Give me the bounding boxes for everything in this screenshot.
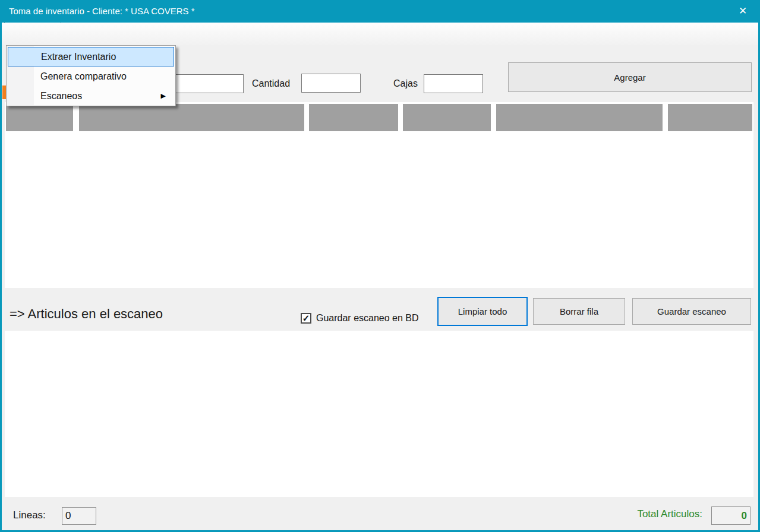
close-button[interactable]: ✕ [729,0,756,23]
guardar-escaneo-button[interactable]: Guardar escaneo [632,298,751,325]
menu-item-label: Escaneos [40,91,82,101]
agregar-button[interactable]: Agregar [508,62,752,92]
borrar-fila-button[interactable]: Borrar fila [533,298,625,325]
cantidad-input[interactable] [301,74,361,93]
menu-item-extraer-inventario[interactable]: Extraer Inventario [8,47,174,66]
lineas-value-box[interactable] [62,507,96,525]
grid-column-header-3[interactable] [309,104,398,131]
close-icon: ✕ [739,5,747,17]
guardar-escaneo-checkbox[interactable]: ✓ [301,313,311,324]
menu-item-escaneos[interactable]: Escaneos ▶ [8,86,174,106]
menu-item-label: Extraer Inventario [41,52,116,62]
grid-column-header-4[interactable] [403,104,491,131]
grid-column-header-1[interactable] [6,104,73,131]
menu-item-label: Genera comparativo [40,71,127,81]
archivo-dropdown-menu: Extraer Inventario Genera comparativo Es… [6,45,176,106]
submenu-arrow-icon: ▶ [161,86,166,106]
grid-column-header-6[interactable] [668,104,752,131]
grid-column-header-5[interactable] [496,104,663,131]
window-border-left [0,0,2,532]
total-articulos-label: Total Articulos: [618,508,702,520]
grid-column-header-2[interactable] [79,104,304,131]
inventory-grid [5,102,753,288]
cantidad-label: Cantidad [252,78,290,89]
cajas-input[interactable] [424,74,483,93]
limpiar-todo-button[interactable]: Limpiar todo [437,297,528,326]
app-window: Toma de inventario - Cliente: * USA COVE… [0,0,760,532]
window-title: Toma de inventario - Cliente: * USA COVE… [9,0,195,23]
menubar [2,23,758,45]
guardar-escaneo-label: Guardar escaneo en BD [316,313,419,324]
scan-grid [5,331,753,497]
menu-item-genera-comparativo[interactable]: Genera comparativo [8,66,174,86]
titlebar: Toma de inventario - Cliente: * USA COVE… [0,0,760,23]
scan-section-title: => Articulos en el escaneo [10,306,163,322]
check-icon: ✓ [302,314,310,322]
lineas-label: Lineas: [13,509,46,521]
codigo-input[interactable] [172,74,244,93]
total-articulos-value-box[interactable] [711,506,750,525]
cajas-label: Cajas [393,78,418,89]
